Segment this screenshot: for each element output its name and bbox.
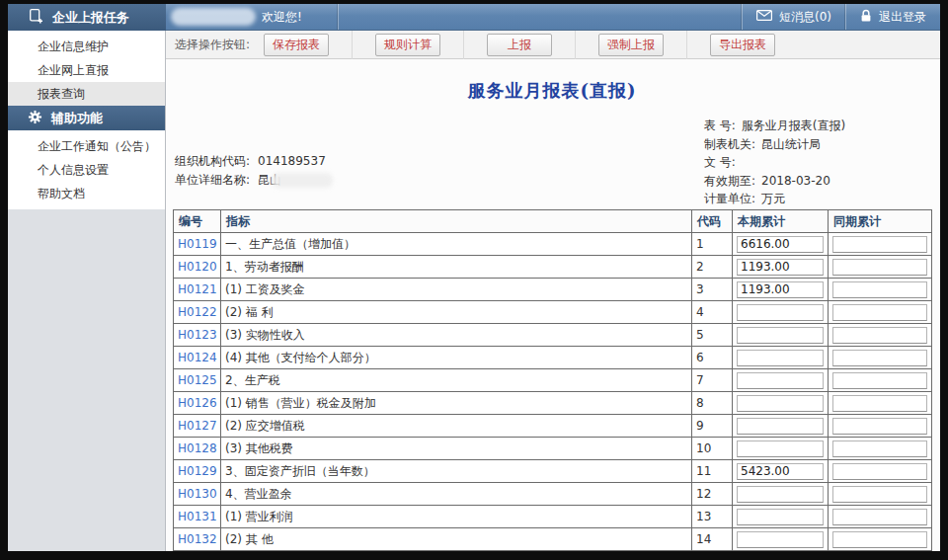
current-total-input[interactable]	[737, 350, 824, 366]
current-total-input[interactable]	[737, 281, 824, 298]
prior-total-input[interactable]	[832, 327, 927, 344]
table-row: H01201、劳动者报酬2	[174, 256, 932, 279]
submit-button[interactable]: 上报	[487, 34, 552, 56]
current-total-input[interactable]	[737, 440, 824, 457]
col-header-prior-total: 同期累计	[829, 210, 932, 233]
row-indicator-cell: (1) 营业利润	[221, 506, 692, 528]
report-title: 服务业月报表(直报)	[173, 79, 931, 103]
row-prior-cell	[829, 256, 932, 279]
row-id-link[interactable]: H0122	[178, 305, 217, 319]
current-total-input[interactable]	[737, 259, 824, 276]
prior-total-input[interactable]	[832, 304, 927, 321]
row-id-link[interactable]: H0126	[178, 396, 217, 410]
org-code-label: 组织机构代码:	[175, 152, 250, 171]
report-meta-left: 组织机构代码: 014189537 单位详细名称: 昆山	[175, 152, 333, 190]
screenshot-frame: 企业上报任务 欢迎您! 短消息(0)	[0, 0, 948, 560]
meta-label: 文 号:	[704, 155, 736, 169]
current-total-input[interactable]	[737, 395, 824, 412]
sidebar-group-header-report-tasks[interactable]: 企业上报任务	[8, 4, 166, 31]
prior-total-input[interactable]	[832, 463, 927, 480]
current-total-input[interactable]	[737, 509, 824, 525]
sidebar-item[interactable]: 企业信息维护	[8, 35, 165, 58]
row-prior-cell	[829, 460, 932, 483]
table-row: H0123(3) 实物性收入5	[174, 324, 932, 347]
current-total-input[interactable]	[737, 531, 824, 548]
row-id-cell: H0132	[174, 528, 221, 551]
table-row: H0127(2) 应交增值税9	[174, 415, 932, 438]
toolbar-separator	[463, 31, 464, 59]
sidebar-group-header-aux-functions[interactable]: 辅助功能	[8, 106, 165, 130]
row-current-cell	[733, 392, 829, 415]
meta-value: 万元	[761, 192, 785, 205]
prior-total-input[interactable]	[832, 418, 927, 435]
row-id-link[interactable]: H0121	[178, 282, 217, 296]
row-indicator-cell: 4、营业盈余	[221, 483, 692, 506]
row-id-link[interactable]: H0129	[178, 464, 217, 478]
row-indicator-cell: (3) 其他税费	[221, 438, 692, 460]
row-indicator-cell: 一、生产总值（增加值）	[221, 233, 692, 256]
row-id-link[interactable]: H0125	[178, 373, 217, 387]
row-id-link[interactable]: H0130	[178, 487, 217, 501]
row-code-cell: 7	[692, 369, 733, 392]
row-id-link[interactable]: H0124	[178, 351, 217, 364]
table-row: H01293、固定资产折旧（当年数）11	[174, 460, 932, 483]
rule-calc-button[interactable]: 规则计算	[375, 34, 440, 56]
gear-icon	[28, 110, 42, 127]
sidebar-item[interactable]: 报表查询	[8, 82, 165, 106]
row-id-link[interactable]: H0131	[178, 510, 217, 523]
meta-row: 有效期至:2018-03-20	[704, 172, 845, 191]
prior-total-input[interactable]	[832, 350, 927, 366]
current-total-input[interactable]	[737, 236, 824, 253]
row-code-cell: 12	[692, 483, 733, 506]
sidebar: 企业信息维护企业网上直报报表查询 辅助功能	[8, 31, 166, 551]
messages-button[interactable]: 短消息(0)	[743, 4, 845, 30]
prior-total-input[interactable]	[832, 486, 927, 503]
prior-total-input[interactable]	[832, 531, 927, 548]
logout-button[interactable]: 退出登录	[846, 4, 940, 30]
export-report-button[interactable]: 导出报表	[710, 34, 775, 56]
sidebar-item[interactable]: 企业网上直报	[8, 58, 165, 82]
current-total-input[interactable]	[737, 463, 824, 480]
col-header-current-total: 本期累计	[733, 210, 829, 233]
sidebar-item[interactable]: 帮助文档	[8, 182, 165, 205]
sidebar-item[interactable]: 个人信息设置	[8, 158, 165, 182]
current-total-input[interactable]	[737, 327, 824, 344]
row-indicator-cell: (4) 其他（支付给个人部分）	[221, 347, 692, 369]
prior-total-input[interactable]	[832, 509, 927, 525]
row-id-link[interactable]: H0132	[178, 532, 217, 546]
row-id-link[interactable]: H0127	[178, 419, 217, 433]
prior-total-input[interactable]	[832, 236, 927, 253]
row-id-cell: H0121	[174, 279, 221, 301]
current-total-input[interactable]	[737, 372, 824, 389]
current-total-input[interactable]	[737, 304, 824, 321]
meta-label: 表 号:	[704, 119, 736, 132]
row-id-link[interactable]: H0128	[178, 441, 217, 455]
prior-total-input[interactable]	[832, 259, 927, 276]
row-code-cell: 2	[692, 256, 733, 279]
table-row: H0122(2) 福 利4	[174, 301, 932, 324]
row-indicator-cell: 3、固定资产折旧（当年数）	[221, 460, 692, 483]
current-total-input[interactable]	[737, 418, 824, 435]
row-id-link[interactable]: H0123	[178, 328, 217, 342]
top-bar-divider	[338, 4, 339, 30]
sidebar-item[interactable]: 企业工作通知（公告）	[8, 134, 165, 158]
app-window: 企业上报任务 欢迎您! 短消息(0)	[8, 4, 940, 551]
current-total-input[interactable]	[737, 486, 824, 503]
row-code-cell: 11	[692, 460, 733, 483]
prior-total-input[interactable]	[832, 281, 927, 298]
prior-total-input[interactable]	[832, 440, 927, 457]
row-id-cell: H0127	[174, 415, 221, 438]
save-report-button[interactable]: 保存报表	[264, 34, 329, 56]
row-id-cell: H0125	[174, 369, 221, 392]
row-id-link[interactable]: H0120	[178, 260, 217, 274]
top-bar-right: 短消息(0) 退出登录	[742, 4, 940, 30]
force-submit-button[interactable]: 强制上报	[598, 34, 664, 56]
row-id-cell: H0126	[174, 392, 221, 415]
prior-total-input[interactable]	[832, 395, 927, 412]
table-header-row: 编号 指标 代码 本期累计 同期累计	[174, 210, 932, 233]
sidebar-menu-report-tasks: 企业信息维护企业网上直报报表查询	[8, 31, 165, 106]
meta-row: 制表机关:昆山统计局	[704, 135, 845, 154]
row-current-cell	[733, 528, 829, 551]
row-id-link[interactable]: H0119	[178, 237, 217, 251]
prior-total-input[interactable]	[832, 372, 927, 389]
